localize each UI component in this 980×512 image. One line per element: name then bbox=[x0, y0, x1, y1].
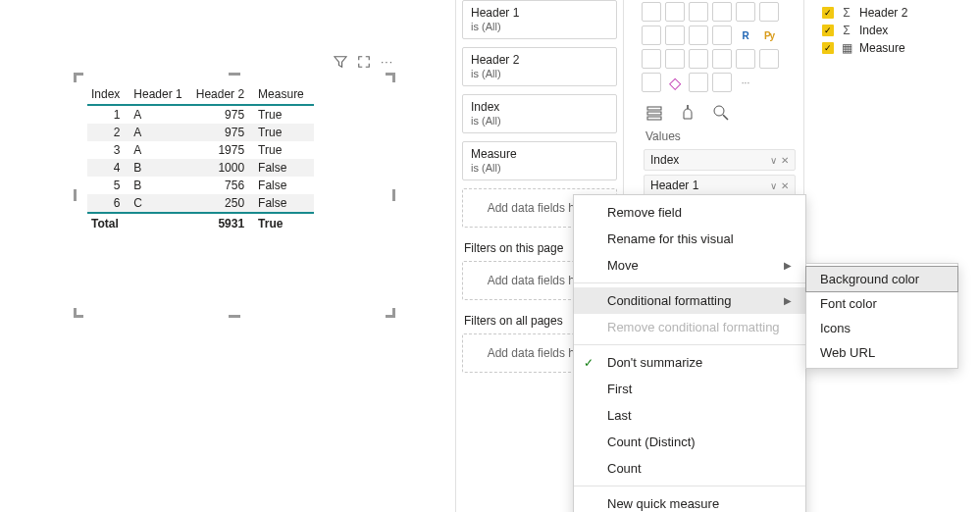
menu-remove-field[interactable]: Remove field bbox=[574, 199, 805, 226]
col-header-h1[interactable]: Header 1 bbox=[129, 84, 191, 105]
filter-card-header2[interactable]: Header 2 is (All) bbox=[462, 47, 617, 86]
viz-icon[interactable] bbox=[665, 26, 685, 45]
viz-more-icon[interactable]: ··· bbox=[736, 73, 755, 92]
field-label: Header 2 bbox=[859, 6, 907, 20]
focus-mode-icon[interactable] bbox=[357, 55, 371, 69]
analytics-tab-icon[interactable] bbox=[712, 104, 730, 122]
filter-card-index[interactable]: Index is (All) bbox=[462, 94, 617, 133]
sigma-icon: Σ bbox=[840, 24, 853, 37]
field-label: Index bbox=[859, 24, 888, 37]
conditional-formatting-submenu: Background color Font color Icons Web UR… bbox=[805, 263, 958, 369]
submenu-arrow-icon: ▶ bbox=[784, 295, 792, 306]
filter-value: is (All) bbox=[471, 115, 608, 127]
menu-move[interactable]: Move▶ bbox=[574, 252, 805, 279]
checkbox-checked-icon[interactable]: ✓ bbox=[822, 42, 834, 54]
viz-icon[interactable] bbox=[712, 26, 732, 45]
field-well-label: Index bbox=[650, 153, 679, 167]
viz-icon[interactable] bbox=[689, 26, 708, 45]
filter-icon[interactable] bbox=[334, 55, 347, 69]
viz-icon[interactable] bbox=[689, 73, 708, 92]
svg-rect-0 bbox=[647, 107, 661, 110]
field-well-index[interactable]: Index ∨ ✕ bbox=[644, 149, 796, 171]
filter-name: Header 2 bbox=[471, 53, 608, 67]
menu-dont-summarize[interactable]: ✓Don't summarize bbox=[574, 349, 805, 376]
menu-new-quick-measure[interactable]: New quick measure bbox=[574, 490, 805, 512]
viz-icon[interactable] bbox=[665, 2, 685, 22]
table-row: 2A975True bbox=[87, 124, 314, 141]
table-visual-selection[interactable]: ··· Index Header 1 Header 2 Measure 1A97… bbox=[76, 75, 393, 316]
viz-icon[interactable] bbox=[642, 26, 661, 45]
import-visual-icon[interactable]: ◇ bbox=[665, 73, 685, 92]
field-well-header1[interactable]: Header 1 ∨ ✕ bbox=[644, 175, 796, 196]
resize-handle-br[interactable] bbox=[386, 308, 395, 318]
chevron-down-icon[interactable]: ∨ bbox=[770, 155, 777, 166]
submenu-web-url[interactable]: Web URL bbox=[806, 340, 957, 365]
viz-icon[interactable] bbox=[759, 49, 779, 69]
svg-point-4 bbox=[714, 106, 724, 116]
submenu-icons[interactable]: Icons bbox=[806, 316, 957, 340]
r-visual-icon[interactable]: R bbox=[736, 26, 755, 45]
resize-handle-tl[interactable] bbox=[74, 73, 83, 82]
menu-rename[interactable]: Rename for this visual bbox=[574, 226, 805, 252]
menu-count-distinct[interactable]: Count (Distinct) bbox=[574, 429, 805, 455]
viz-icon[interactable] bbox=[665, 49, 685, 69]
menu-conditional-formatting[interactable]: Conditional formatting▶ bbox=[574, 287, 805, 314]
viz-icon[interactable] bbox=[736, 49, 755, 69]
menu-first[interactable]: First bbox=[574, 376, 805, 402]
resize-handle-mb[interactable] bbox=[229, 315, 240, 318]
fields-pane: ✓ Σ Header 2 ✓ Σ Index ✓ ▦ Measure bbox=[816, 0, 980, 512]
col-header-h2[interactable]: Header 2 bbox=[192, 84, 254, 105]
menu-last[interactable]: Last bbox=[574, 402, 805, 429]
resize-handle-bl[interactable] bbox=[74, 308, 83, 318]
menu-remove-conditional-formatting: Remove conditional formatting bbox=[574, 314, 805, 340]
check-icon: ✓ bbox=[584, 356, 593, 370]
viz-icon[interactable] bbox=[712, 2, 732, 22]
checkbox-checked-icon[interactable]: ✓ bbox=[822, 25, 834, 36]
remove-field-icon[interactable]: ✕ bbox=[781, 180, 789, 191]
viz-icon[interactable] bbox=[642, 49, 661, 69]
py-visual-icon[interactable]: Py bbox=[759, 26, 779, 45]
viz-icon[interactable] bbox=[736, 2, 755, 22]
viz-icon[interactable] bbox=[759, 2, 779, 22]
submenu-font-color[interactable]: Font color bbox=[806, 291, 957, 316]
chevron-down-icon[interactable]: ∨ bbox=[770, 180, 777, 191]
filter-card-measure[interactable]: Measure is (All) bbox=[462, 141, 617, 180]
field-item-measure[interactable]: ✓ ▦ Measure bbox=[822, 39, 974, 57]
measure-icon: ▦ bbox=[840, 41, 853, 55]
filter-value: is (All) bbox=[471, 21, 608, 32]
visual-more-options[interactable]: ··· bbox=[381, 55, 393, 69]
viz-icon[interactable] bbox=[689, 49, 708, 69]
viz-icon[interactable] bbox=[642, 73, 661, 92]
svg-rect-1 bbox=[647, 112, 661, 115]
field-item-index[interactable]: ✓ Σ Index bbox=[822, 22, 974, 39]
format-tab-icon[interactable] bbox=[679, 104, 696, 122]
viz-icon[interactable] bbox=[712, 73, 732, 92]
menu-count[interactable]: Count bbox=[574, 455, 805, 482]
viz-icon[interactable] bbox=[689, 2, 708, 22]
fields-tab-icon[interactable] bbox=[645, 104, 663, 122]
resize-handle-tr[interactable] bbox=[386, 73, 395, 82]
remove-field-icon[interactable]: ✕ bbox=[781, 155, 789, 166]
submenu-arrow-icon: ▶ bbox=[784, 260, 792, 271]
filter-name: Header 1 bbox=[471, 6, 608, 20]
checkbox-checked-icon[interactable]: ✓ bbox=[822, 7, 834, 19]
table-total-row: Total 5931 True bbox=[87, 213, 314, 232]
filter-card-header1[interactable]: Header 1 is (All) bbox=[462, 0, 617, 39]
viz-icon[interactable] bbox=[712, 49, 732, 69]
menu-separator bbox=[574, 282, 805, 283]
field-item-header2[interactable]: ✓ Σ Header 2 bbox=[822, 4, 974, 22]
resize-handle-ml[interactable] bbox=[74, 189, 77, 201]
col-header-index[interactable]: Index bbox=[87, 84, 129, 105]
resize-handle-mt[interactable] bbox=[229, 73, 240, 76]
resize-handle-mr[interactable] bbox=[392, 189, 395, 201]
viz-icon[interactable] bbox=[642, 2, 661, 22]
filter-name: Index bbox=[471, 100, 608, 114]
field-well-label: Header 1 bbox=[650, 179, 698, 192]
table-row: 3A1975True bbox=[87, 141, 314, 159]
table-row: 4B1000False bbox=[87, 159, 314, 177]
filter-value: is (All) bbox=[471, 162, 608, 174]
col-header-measure[interactable]: Measure bbox=[254, 84, 314, 105]
filter-value: is (All) bbox=[471, 68, 608, 79]
submenu-background-color[interactable]: Background color bbox=[806, 267, 957, 291]
field-context-menu: Remove field Rename for this visual Move… bbox=[573, 194, 806, 512]
